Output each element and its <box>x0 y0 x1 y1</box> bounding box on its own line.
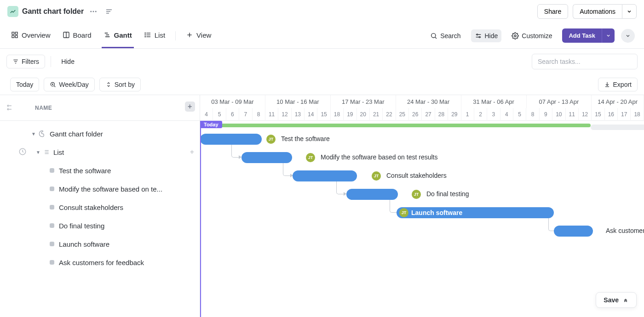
assignee-avatar[interactable]: JT <box>306 153 315 162</box>
task-row[interactable]: Ask customers for feedback <box>0 253 200 272</box>
gantt-row: JT Do final testing <box>200 185 644 204</box>
add-task-inline-icon[interactable]: + <box>190 148 194 156</box>
svg-point-20 <box>145 36 145 37</box>
zoom-icon <box>50 81 56 88</box>
day-header-cell: 8 <box>253 108 265 121</box>
tab-overview[interactable]: Overview <box>9 23 52 48</box>
summary-bar[interactable] <box>204 124 591 127</box>
add-column-button[interactable]: + <box>185 102 195 112</box>
day-header-cell: 20 <box>357 108 370 121</box>
day-header-cell: 9 <box>540 108 552 121</box>
svg-point-1 <box>93 11 94 12</box>
gantt-row: JT Modify the software based on test res… <box>200 148 644 167</box>
save-floating-button[interactable]: Save <box>596 292 637 308</box>
filters-label: Filters <box>22 58 39 65</box>
task-name: Do final testing <box>59 222 104 230</box>
task-bar[interactable] <box>554 226 593 237</box>
chevron-up-double-icon <box>622 297 629 303</box>
automations-caret-button[interactable] <box>622 4 637 19</box>
description-icon[interactable] <box>103 6 115 17</box>
automations-button[interactable]: Automations <box>573 4 622 19</box>
gantt-toolbar: Today Week/Day Sort by Export <box>0 74 644 95</box>
tab-gantt[interactable]: Gantt <box>102 23 134 48</box>
task-row[interactable]: Test the software <box>0 161 200 180</box>
svg-point-23 <box>431 33 436 37</box>
collapse-panel-icon[interactable] <box>5 103 13 112</box>
assignee-avatar[interactable]: JT <box>412 190 421 199</box>
tree-folder-row[interactable]: ▼ Gantt chart folder <box>0 125 200 143</box>
day-header-cell: 12 <box>579 108 592 121</box>
day-header-cell: 7 <box>239 108 252 121</box>
main-area: NAME + ▼ Gantt chart folder ▼ List + <box>0 95 644 317</box>
day-header-cell: 29 <box>448 108 461 121</box>
tab-list[interactable]: List <box>142 23 167 48</box>
task-row[interactable]: Do final testing <box>0 216 200 235</box>
hide-label: Hide <box>485 32 498 40</box>
search-tasks-input[interactable] <box>538 58 632 65</box>
list-icon <box>144 31 151 39</box>
sortby-button[interactable]: Sort by <box>99 78 141 91</box>
search-tasks-box[interactable] <box>532 54 638 69</box>
task-tree: ▼ Gantt chart folder ▼ List + Test the s… <box>0 121 200 272</box>
day-header-cell: 27 <box>422 108 435 121</box>
task-bar-label: Modify the software based on test result… <box>321 153 437 161</box>
day-header-cell: 3 <box>487 108 500 121</box>
task-row[interactable]: Launch software <box>0 235 200 253</box>
share-button[interactable]: Share <box>537 4 568 19</box>
status-square-icon <box>50 242 54 246</box>
list-small-icon <box>43 149 50 155</box>
weekday-button[interactable]: Week/Day <box>44 78 94 91</box>
filters-button[interactable]: Filters <box>6 55 45 68</box>
plus-icon <box>186 31 193 39</box>
folder-leaf-icon <box>39 130 46 137</box>
task-bar-label: Consult stakeholders <box>386 172 447 179</box>
add-task-caret-button[interactable] <box>602 28 615 43</box>
task-bar[interactable] <box>346 189 398 200</box>
add-task-button[interactable]: Add Task <box>562 28 602 43</box>
week-header-cell: 14 Apr - 20 Apr <box>592 95 644 108</box>
assignee-avatar[interactable]: JT <box>266 135 276 144</box>
hide-action[interactable]: Hide <box>471 29 502 42</box>
task-bar[interactable] <box>200 134 262 145</box>
gantt-header: 03 Mar - 09 Mar10 Mar - 16 Mar17 Mar - 2… <box>200 95 644 121</box>
week-header-cell: 17 Mar - 23 Mar <box>331 95 396 108</box>
assignee-avatar[interactable]: JT <box>372 171 381 181</box>
day-header-cell: 25 <box>396 108 409 121</box>
tab-board[interactable]: Board <box>61 23 93 48</box>
tab-board-label: Board <box>73 31 92 39</box>
task-row[interactable]: Modify the software based on te... <box>0 180 200 198</box>
day-header-cell: 4 <box>500 108 513 121</box>
svg-point-28 <box>479 36 480 38</box>
gantt-chart[interactable]: 03 Mar - 09 Mar10 Mar - 16 Mar17 Mar - 2… <box>200 95 644 317</box>
more-circle-button[interactable] <box>621 29 635 43</box>
task-bar[interactable] <box>242 152 292 163</box>
tree-list-row[interactable]: ▼ List + <box>0 143 200 161</box>
hide-link[interactable]: Hide <box>57 55 79 68</box>
download-icon <box>604 81 610 88</box>
export-button[interactable]: Export <box>598 78 638 91</box>
gantt-body[interactable]: Today JT Test the software JT Modify the… <box>200 121 644 240</box>
task-row[interactable]: Consult stakeholders <box>0 198 200 216</box>
assignee-avatar[interactable]: JT <box>399 208 408 217</box>
task-bar-label: Launch software <box>411 209 462 216</box>
today-button[interactable]: Today <box>10 78 39 91</box>
folder-title: Gantt chart folder <box>22 7 84 16</box>
folder-badge-icon <box>7 6 18 17</box>
task-bar-label: Do final testing <box>426 190 469 198</box>
customize-action[interactable]: Customize <box>508 29 556 42</box>
search-action[interactable]: Search <box>426 29 464 42</box>
more-icon[interactable] <box>87 6 99 17</box>
side-panel: NAME + ▼ Gantt chart folder ▼ List + <box>0 95 200 317</box>
svg-point-29 <box>514 35 516 37</box>
board-icon <box>63 31 70 39</box>
task-bar[interactable]: JT Launch software <box>397 207 554 218</box>
svg-point-18 <box>145 33 145 33</box>
tab-add-view[interactable]: View <box>184 23 213 48</box>
day-header-cell: 18 <box>631 108 644 121</box>
svg-line-24 <box>435 37 437 39</box>
day-header-cell: 21 <box>370 108 383 121</box>
caret-down-icon: ▼ <box>36 150 40 155</box>
task-bar[interactable] <box>293 170 357 181</box>
day-header-cell: 10 <box>552 108 565 121</box>
top-header: Gantt chart folder Share Automations <box>0 0 644 23</box>
